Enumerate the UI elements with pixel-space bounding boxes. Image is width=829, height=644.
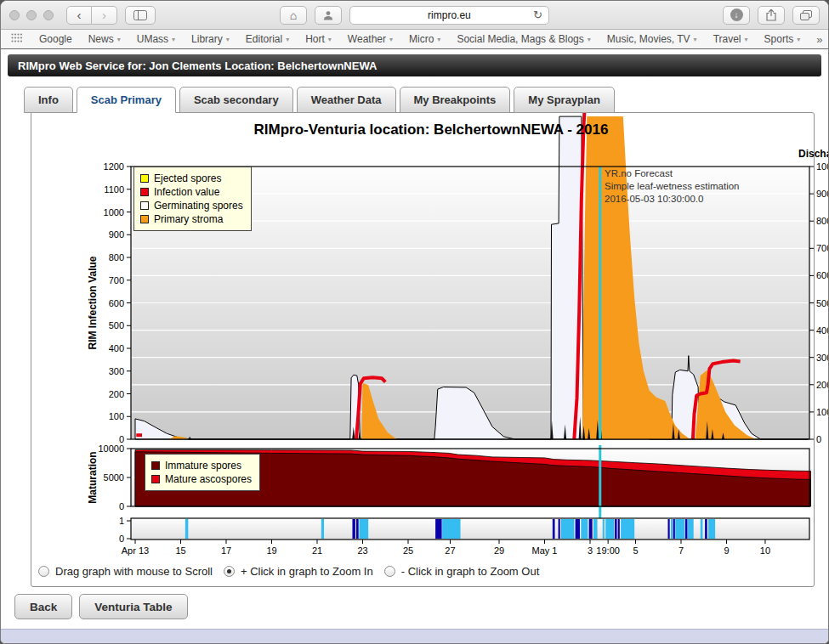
wetness-bar	[688, 519, 694, 539]
bookmark-item[interactable]: UMass▾	[137, 33, 175, 45]
maturation-legend: Immature sporesMature ascospores	[145, 454, 260, 491]
maturation-axis-tick: 10000	[98, 443, 124, 454]
left-axis-tick: 1200	[104, 161, 124, 172]
app-header: RIMpro Web Service for: Jon Clements Loc…	[8, 54, 821, 76]
bookmark-item[interactable]: News▾	[88, 33, 121, 45]
x-axis-tick: 15	[175, 545, 185, 556]
x-axis-tick: 19	[266, 545, 276, 556]
tab-row: InfoScab PrimaryScab secondaryWeather Da…	[1, 76, 828, 112]
right-axis-tick: 600	[816, 270, 829, 280]
wetness-bar	[705, 519, 707, 539]
legend-swatch	[140, 201, 149, 210]
reload-icon[interactable]: ↻	[533, 8, 542, 21]
radio-button[interactable]	[38, 566, 49, 577]
browser-window: ‹ › ⌂ rimpro.eu ↻ ↓	[0, 0, 829, 644]
tab-scab-primary[interactable]: Scab Primary	[77, 87, 176, 113]
left-axis-tick: 600	[109, 298, 124, 308]
chart-panel: 0100200300400500600700800900100011001200…	[31, 112, 815, 587]
wetness-strip-background	[131, 518, 809, 539]
tab-info[interactable]: Info	[24, 87, 73, 113]
bookmark-item[interactable]: Editorial▾	[246, 33, 289, 45]
right-axis-tick: 1000	[816, 161, 829, 172]
tab-my-sprayplan[interactable]: My Sprayplan	[514, 87, 615, 113]
x-axis-tick: 29	[494, 545, 504, 556]
left-axis-tick: 800	[109, 252, 124, 263]
x-axis-tick: 17	[221, 545, 231, 556]
traffic-lights	[9, 10, 54, 20]
chart-area[interactable]: 0100200300400500600700800900100011001200…	[31, 113, 814, 558]
favorites-grid-icon[interactable]	[11, 33, 23, 45]
wetness-bar	[185, 519, 188, 539]
x-axis-tick: 27	[445, 545, 455, 556]
bookmark-item[interactable]: Sports▾	[764, 33, 801, 45]
maturation-axis-label: Maturation	[87, 451, 99, 503]
radio-button[interactable]	[384, 566, 395, 577]
tab-my-breakpoints[interactable]: My Breakpoints	[400, 87, 511, 113]
left-axis-tick: 1000	[104, 207, 124, 217]
x-axis-tick: 5	[633, 545, 638, 556]
left-axis-tick: 100	[109, 411, 124, 421]
x-axis-tick: 21	[312, 545, 322, 556]
wetness-bar	[603, 519, 605, 539]
wetness-bar	[605, 519, 614, 539]
wetness-axis-tick: 0	[119, 534, 124, 544]
minimize-icon[interactable]	[26, 10, 37, 20]
x-axis-tick: 10	[760, 545, 770, 556]
right-axis-label: Discharge	[798, 148, 829, 160]
zoom-icon[interactable]	[43, 10, 54, 20]
bookmark-item[interactable]: Hort▾	[305, 33, 332, 45]
bookmarks-bar: GoogleNews▾UMass▾Library▾Editorial▾Hort▾…	[1, 30, 828, 49]
right-axis-tick: 900	[816, 189, 829, 199]
tab-weather-data[interactable]: Weather Data	[297, 87, 396, 113]
wetness-bar	[621, 519, 634, 539]
left-axis-tick: 200	[109, 389, 124, 399]
chevron-down-icon: ▾	[745, 36, 748, 43]
wetness-bar	[581, 519, 588, 539]
wetness-bar	[321, 519, 324, 539]
x-axis-tick: 9	[724, 545, 729, 556]
left-axis-tick: 300	[109, 366, 124, 376]
home-icon[interactable]: ⌂	[280, 6, 307, 25]
forward-icon[interactable]: ›	[92, 6, 117, 25]
address-bar[interactable]: rimpro.eu ↻	[349, 6, 549, 25]
bookmark-item[interactable]: Google	[39, 33, 72, 45]
wetness-bar	[359, 519, 368, 539]
legend-item: Germinating spores	[140, 199, 243, 212]
back-icon[interactable]: ‹	[66, 6, 92, 25]
right-axis-tick: 0	[816, 434, 821, 444]
radio-button[interactable]	[224, 566, 235, 577]
bookmark-item[interactable]: Micro▾	[409, 33, 440, 45]
profile-icon[interactable]	[315, 6, 342, 25]
wetness-bar	[675, 519, 684, 539]
close-icon[interactable]	[9, 10, 20, 20]
wetness-bar	[559, 519, 560, 539]
wetness-bar	[593, 519, 598, 539]
chevron-down-icon: ▾	[437, 36, 440, 43]
legend-swatch	[140, 215, 149, 223]
wetness-axis-tick: 1	[119, 516, 124, 526]
forecast-annotation: YR.no Forecast Simple leaf-wetness estim…	[605, 167, 740, 206]
wetness-bar	[615, 519, 617, 539]
wetness-bar	[576, 519, 580, 539]
bookmark-item[interactable]: Library▾	[191, 33, 230, 45]
page-footer-strip	[1, 629, 828, 643]
app-header-title: RIMpro Web Service for: Jon Clements Loc…	[18, 59, 377, 72]
bookmark-item[interactable]: Music, Movies, TV▾	[607, 33, 697, 45]
downloads-icon[interactable]: ↓	[723, 6, 750, 25]
share-icon[interactable]	[758, 6, 785, 25]
wetness-bar	[671, 519, 673, 539]
legend-item: Ejected spores	[140, 172, 243, 185]
sidebar-icon[interactable]	[125, 6, 156, 25]
tab-scab-secondary[interactable]: Scab secondary	[179, 87, 293, 113]
tab-overview-icon[interactable]	[792, 6, 820, 25]
legend-item: Immature spores	[151, 459, 252, 472]
url-text: rimpro.eu	[428, 9, 471, 21]
bookmark-item[interactable]: Weather▾	[348, 33, 393, 45]
venturia-table-button[interactable]: Venturia Table	[79, 594, 187, 619]
bookmark-item[interactable]: Social Media, Mags & Blogs▾	[457, 33, 590, 45]
bookmark-item[interactable]: Travel▾	[713, 33, 748, 45]
left-axis-tick: 700	[109, 275, 124, 285]
bookmarks-overflow-icon[interactable]: »	[816, 33, 822, 46]
back-button[interactable]: Back	[14, 594, 72, 619]
chevron-down-icon: ▾	[172, 36, 175, 43]
